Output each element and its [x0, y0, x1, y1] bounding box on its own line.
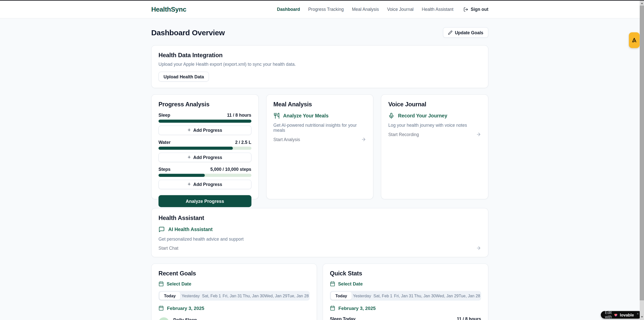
selected-date-label: February 3, 2025 — [167, 305, 204, 311]
nav-link-progress-tracking[interactable]: Progress Tracking — [308, 7, 344, 12]
start-analysis-link[interactable]: Start Analysis — [273, 137, 366, 142]
arrow-right-icon — [476, 132, 481, 137]
analyze-your-meals-link[interactable]: Analyze Your Meals — [273, 113, 366, 119]
analyze-progress-button[interactable]: Analyze Progress — [159, 195, 251, 207]
update-goals-label: Update Goals — [455, 30, 483, 35]
calendar-icon — [159, 305, 164, 311]
goal-label-steps: Steps — [159, 167, 171, 172]
water-progress-fill — [159, 147, 233, 150]
goal-sleep: Sleep 11 / 8 hours + Add Progress — [159, 113, 251, 135]
date-tab-wed-jan-29[interactable]: Wed, Jan 29 — [436, 292, 459, 300]
meal-analysis-card: Meal Analysis Analyze Your Meals Get AI-… — [266, 94, 374, 199]
health-assistant-title: Health Assistant — [159, 215, 481, 222]
date-tab-fri-jan-31[interactable]: Fri, Jan 31 — [393, 292, 414, 300]
add-progress-water-button[interactable]: + Add Progress — [159, 153, 251, 162]
nav-link-health-assistant[interactable]: Health Assistant — [422, 7, 453, 12]
health-data-title: Health Data Integration — [159, 52, 481, 59]
ai-health-assistant-link[interactable]: AI Health Assistant — [159, 226, 481, 233]
recent-goal-item: Daily Sleep 11 / 8 hours — [159, 317, 310, 320]
dashboard-main: Dashboard Overview Update Goals Health D… — [151, 27, 488, 320]
goal-steps: Steps 5,000 / 10,000 steps + Add Progres… — [159, 167, 251, 189]
top-navbar: HealthSync Dashboard Progress Tracking M… — [0, 1, 640, 18]
goal-label-water: Water — [159, 140, 171, 145]
pencil-icon — [448, 30, 452, 35]
date-tab-today[interactable]: Today — [160, 292, 180, 300]
start-analysis-label: Start Analysis — [273, 137, 300, 142]
scroll-up-arrow[interactable] — [640, 1, 644, 5]
add-progress-label: Add Progress — [193, 128, 222, 133]
steps-progress-fill — [159, 174, 205, 177]
close-icon[interactable]: × — [637, 312, 639, 315]
page-title: Dashboard Overview — [151, 28, 225, 37]
select-date-button[interactable]: Select Date — [330, 281, 481, 286]
progress-analysis-card: Progress Analysis Sleep 11 / 8 hours + A… — [151, 94, 259, 199]
nav-link-voice-journal[interactable]: Voice Journal — [387, 7, 414, 12]
start-chat-label: Start Chat — [159, 246, 178, 251]
scroll-down-arrow[interactable] — [640, 315, 644, 319]
date-tab-yesterday[interactable]: Yesterday — [180, 292, 201, 300]
edit-with-lovable-badge[interactable]: Edit with lovable × — [601, 311, 642, 319]
sign-out-button[interactable]: Sign out — [464, 7, 488, 12]
record-your-journey-label: Record Your Journey — [398, 113, 447, 119]
plus-icon: + — [188, 182, 191, 187]
stat-label: Sleep Today — [330, 316, 356, 320]
goal-value-water: 2 / 2.5 L — [235, 140, 251, 145]
selected-date[interactable]: February 3, 2025 — [330, 305, 481, 311]
add-progress-sleep-button[interactable]: + Add Progress — [159, 125, 251, 135]
voice-journal-card: Voice Journal Record Your Journey Log yo… — [381, 94, 488, 199]
date-tab-fri-jan-31[interactable]: Fri, Jan 31 — [222, 292, 243, 300]
start-recording-link[interactable]: Start Recording — [388, 132, 481, 137]
lovable-side-badge[interactable] — [629, 32, 640, 48]
add-progress-steps-button[interactable]: + Add Progress — [159, 180, 251, 189]
date-tab-today[interactable]: Today — [331, 292, 352, 300]
date-tabs: Today Yesterday Sat, Feb 1 Fri, Jan 31 T… — [330, 291, 481, 301]
progress-analysis-title: Progress Analysis — [159, 101, 251, 108]
date-tab-tue-jan-28[interactable]: Tue, Jan 28 — [287, 292, 309, 300]
date-tab-yesterday[interactable]: Yesterday — [352, 292, 373, 300]
plus-icon: + — [188, 127, 191, 133]
selected-date[interactable]: February 3, 2025 — [159, 305, 310, 311]
health-data-integration-card: Health Data Integration Upload your Appl… — [151, 45, 488, 88]
scrollbar-thumb[interactable] — [640, 6, 644, 300]
record-your-journey-link[interactable]: Record Your Journey — [388, 113, 481, 119]
goal-value-sleep: 11 / 8 hours — [227, 113, 251, 118]
selected-date-label: February 3, 2025 — [339, 305, 376, 311]
date-tab-thu-jan-30[interactable]: Thu, Jan 30 — [414, 292, 436, 300]
calendar-icon — [330, 281, 335, 286]
ai-health-assistant-label: AI Health Assistant — [168, 227, 213, 233]
lovable-logo-icon — [631, 37, 637, 43]
app-logo[interactable]: HealthSync — [151, 6, 186, 13]
goal-value-steps: 5,000 / 10,000 steps — [210, 167, 252, 172]
nav-link-dashboard[interactable]: Dashboard — [277, 7, 300, 12]
select-date-label: Select Date — [167, 281, 191, 286]
start-chat-link[interactable]: Start Chat — [159, 246, 481, 251]
date-tab-thu-jan-30[interactable]: Thu, Jan 30 — [243, 292, 264, 300]
sleep-progress-bar — [159, 120, 251, 123]
arrow-right-icon — [361, 137, 366, 142]
date-tab-wed-jan-29[interactable]: Wed, Jan 29 — [264, 292, 287, 300]
date-tab-sat-feb-1[interactable]: Sat, Feb 1 — [373, 292, 393, 300]
voice-journal-description: Log your health journey with voice notes — [388, 123, 481, 128]
chat-bubble-icon — [159, 226, 165, 233]
check-circle-icon — [159, 317, 169, 320]
stat-value: 11 / 8 hours — [457, 316, 481, 320]
health-data-description: Upload your Apple Health export (export.… — [159, 62, 481, 67]
select-date-label: Select Date — [338, 281, 363, 286]
upload-health-data-button[interactable]: Upload Health Data — [159, 72, 209, 82]
arrow-right-icon — [476, 246, 481, 251]
main-nav: Dashboard Progress Tracking Meal Analysi… — [277, 7, 488, 12]
select-date-button[interactable]: Select Date — [159, 281, 310, 286]
health-assistant-card: Health Assistant AI Health Assistant Get… — [151, 208, 488, 257]
update-goals-button[interactable]: Update Goals — [443, 27, 488, 38]
date-tab-tue-jan-28[interactable]: Tue, Jan 28 — [459, 292, 480, 300]
voice-journal-title: Voice Journal — [388, 101, 481, 108]
nav-link-meal-analysis[interactable]: Meal Analysis — [352, 7, 379, 12]
goal-label-sleep: Sleep — [159, 113, 170, 118]
sign-out-label: Sign out — [471, 7, 488, 12]
microphone-icon — [388, 113, 394, 119]
meal-analysis-description: Get AI-powered nutritional insights for … — [273, 123, 366, 133]
date-tab-sat-feb-1[interactable]: Sat, Feb 1 — [201, 292, 222, 300]
recent-goals-card: Recent Goals Select Date Today Yesterday… — [151, 264, 317, 320]
vertical-scrollbar[interactable] — [640, 1, 644, 320]
analyze-your-meals-label: Analyze Your Meals — [283, 113, 328, 119]
